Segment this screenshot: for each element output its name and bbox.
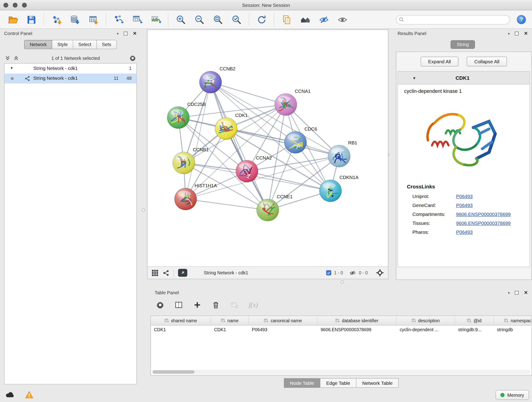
expand-all-icon[interactable] [13, 56, 19, 61]
open-session-button[interactable] [4, 12, 21, 27]
fit-selected-crosshair-icon[interactable] [376, 269, 384, 277]
close-panel-icon[interactable]: ✕ [524, 290, 528, 295]
crosslink-link[interactable]: P06493 [456, 194, 473, 199]
tab-sets[interactable]: Sets [97, 40, 117, 49]
network-node-count: 11 [114, 76, 119, 81]
import-network-database-button[interactable] [66, 12, 84, 27]
group-nodes-button[interactable] [297, 12, 314, 27]
table-settings-gear-icon[interactable] [156, 301, 164, 309]
cell-id: stringdb:9... [455, 326, 494, 334]
tab-node-table[interactable]: Node Table [284, 378, 320, 388]
column-header[interactable]: database identifier [317, 316, 397, 325]
show-all-button[interactable] [334, 12, 351, 27]
network-node-CCNA1[interactable]: CCNA1 [275, 89, 311, 115]
crosslinks-heading: CrossLinks [407, 184, 530, 190]
crosslink-link[interactable]: 9606.ENSP00000378699 [456, 211, 511, 217]
float-panel-icon[interactable] [515, 291, 519, 294]
network-options-gear-icon[interactable] [129, 55, 136, 62]
close-panel-icon[interactable]: ✕ [133, 31, 137, 36]
network-canvas[interactable]: CCNB2CCNA1CDC25BCDK1CDC6RB1CCNB1CCNA2CDK… [147, 30, 388, 267]
open-in-new-window-button[interactable] [178, 269, 187, 277]
network-node-HIST1H1A[interactable]: HIST1H1A [175, 183, 217, 210]
network-tree-item[interactable]: String Network - cdk1 11 48 [5, 74, 137, 84]
vertical-splitter-handle[interactable] [142, 209, 145, 212]
column-header[interactable]: name [211, 316, 249, 325]
import-network-file-button[interactable] [48, 12, 65, 27]
collapse-triangle-icon[interactable]: ▼ [10, 66, 13, 70]
crosslink-link[interactable]: P06493 [456, 230, 473, 235]
network-edges [178, 82, 339, 210]
protein-name: CDK1 [416, 75, 509, 81]
column-header[interactable]: @id [455, 316, 494, 325]
search-input[interactable] [396, 15, 510, 24]
table-toolbar: f(x) [156, 297, 258, 313]
hide-selected-button[interactable] [315, 12, 332, 27]
panel-menu-icon[interactable]: ▾ [508, 32, 510, 35]
zoom-selected-button[interactable] [228, 12, 245, 27]
protein-card-header[interactable]: ▼ CDK1 [398, 71, 530, 85]
import-table-file-button[interactable] [85, 12, 102, 27]
zoom-fit-button[interactable] [209, 12, 227, 27]
export-image-button[interactable] [147, 12, 164, 27]
table-row[interactable]: CDK1 CDK1 P06493 9606.ENSP00000378699 cy… [151, 326, 532, 334]
help-button[interactable]: ? [517, 15, 526, 24]
panel-menu-icon[interactable]: ▾ [117, 32, 119, 35]
tab-select[interactable]: Select [73, 40, 97, 49]
column-header[interactable]: description [397, 316, 455, 325]
network-graph[interactable]: CCNB2CCNA1CDC25BCDK1CDC6RB1CCNB1CCNA2CDK… [147, 30, 388, 267]
share-network-icon[interactable] [163, 269, 170, 276]
expand-all-button[interactable]: Expand All [421, 57, 458, 66]
collapse-all-button[interactable]: Collapse All [467, 57, 507, 66]
results-panel-header: Results Panel ▾ ✕ [394, 29, 532, 38]
memory-button[interactable]: Memory [496, 390, 529, 400]
zoom-window-button[interactable] [22, 3, 27, 7]
column-header[interactable]: namespac [494, 316, 532, 325]
column-sort-icon [221, 318, 225, 323]
annotations-button[interactable] [278, 12, 295, 27]
cloud-icon [5, 391, 15, 399]
network-from-selection-button[interactable] [110, 12, 127, 27]
zoom-out-button[interactable] [191, 12, 208, 27]
toolbar-separator [168, 13, 169, 26]
network-node-CDK1[interactable]: CDK1 [215, 113, 248, 140]
network-node-CDKN1A[interactable]: CDKN1A [319, 175, 359, 202]
tab-edge-table[interactable]: Edge Table [320, 378, 356, 388]
collapse-triangle-icon[interactable]: ▼ [412, 76, 416, 80]
float-panel-icon[interactable] [515, 32, 519, 35]
network-collection-row[interactable]: ▼ String Network - cdk1 1 [5, 64, 137, 74]
collapse-all-icon[interactable] [5, 56, 10, 61]
tab-network[interactable]: Network [24, 40, 52, 49]
horizontal-scrollbar[interactable] [152, 370, 531, 374]
column-header[interactable]: canonical name [249, 316, 317, 325]
tab-style[interactable]: Style [52, 40, 73, 49]
close-window-button[interactable] [3, 3, 8, 7]
float-panel-icon[interactable] [124, 32, 128, 35]
warnings-button[interactable] [23, 390, 35, 400]
network-node-RB1[interactable]: RB1 [328, 140, 357, 167]
panel-menu-icon[interactable]: ▾ [508, 291, 510, 294]
new-network-table-button[interactable] [128, 12, 146, 27]
crosslink-link[interactable]: 9606.ENSP00000378699 [456, 220, 511, 226]
delete-column-icon[interactable] [212, 301, 220, 309]
column-header[interactable]: shared name [151, 316, 211, 325]
apply-layout-button[interactable] [253, 12, 270, 27]
scrollbar-thumb[interactable] [152, 370, 195, 374]
documents-icon [281, 14, 292, 25]
horizontal-splitter-handle[interactable] [341, 281, 344, 284]
network-node-CCNB1[interactable]: CCNB1 [173, 147, 209, 174]
network-node-CCNB2[interactable]: CCNB2 [199, 66, 235, 93]
zoom-in-button[interactable] [172, 12, 190, 27]
cloud-status-button[interactable] [4, 390, 16, 400]
selected-items-checkbox[interactable] [326, 270, 331, 275]
minimize-window-button[interactable] [13, 3, 18, 7]
crosslink-link[interactable]: P06493 [456, 203, 473, 208]
image-icon [150, 14, 161, 25]
birdseye-grid-icon[interactable] [152, 269, 158, 276]
main-toolbar: ? [0, 11, 532, 29]
tab-string[interactable]: String [450, 40, 475, 49]
add-column-icon[interactable] [193, 301, 201, 309]
save-session-button[interactable] [23, 12, 40, 27]
close-panel-icon[interactable]: ✕ [524, 31, 528, 36]
tab-network-table[interactable]: Network Table [356, 378, 399, 388]
show-columns-icon[interactable] [175, 301, 183, 309]
